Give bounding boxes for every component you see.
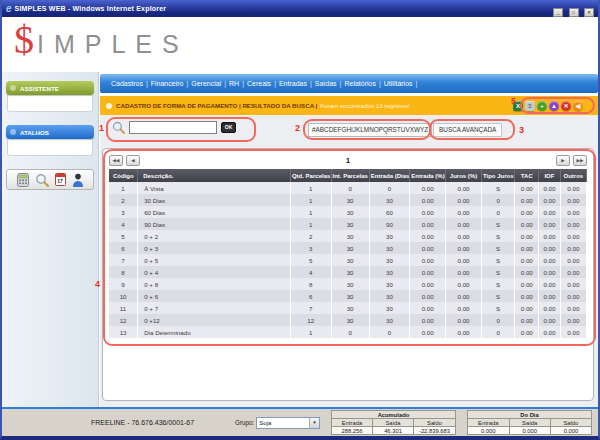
table-cell: 8 bbox=[290, 278, 331, 290]
menu-item-saídas[interactable]: Saídas bbox=[315, 80, 337, 87]
table-row[interactable]: 70 + 5530300.000.00S0.000.000.00 bbox=[109, 254, 587, 266]
table-cell: S bbox=[481, 254, 514, 266]
acumulado-title: Acumulado bbox=[331, 411, 455, 419]
column-header[interactable]: TAC bbox=[515, 169, 539, 182]
next-page-button[interactable]: ▶ bbox=[556, 155, 570, 166]
calendar-icon[interactable]: 17 bbox=[55, 173, 66, 186]
group-select[interactable]: Soja ▼ bbox=[256, 417, 320, 429]
table-row[interactable]: 60 + 3330300.000.00S0.000.000.00 bbox=[109, 242, 587, 254]
table-cell: 0.00 bbox=[539, 194, 560, 206]
logo-text: IMPLES bbox=[37, 30, 189, 59]
menu-item-rh[interactable]: RH bbox=[229, 80, 239, 87]
table-row[interactable]: 360 Dias130600.000.0000.000.000.00 bbox=[109, 206, 587, 218]
search-ok-button[interactable]: OK bbox=[221, 122, 236, 133]
close-button[interactable]: ✕ bbox=[584, 8, 594, 17]
column-header[interactable]: IOF bbox=[539, 169, 560, 182]
minimize-button[interactable]: _ bbox=[553, 8, 563, 17]
column-header[interactable]: Descrição. bbox=[138, 169, 291, 182]
table-row[interactable]: 230 Dias130300.000.0000.000.000.00 bbox=[109, 194, 587, 206]
column-header[interactable]: Int. Parcelas bbox=[331, 169, 369, 182]
edit-icon[interactable]: ▲ bbox=[549, 101, 559, 111]
column-header[interactable]: Juros (%) bbox=[446, 169, 482, 182]
table-cell: 4 bbox=[109, 218, 138, 230]
table-cell: 0.00 bbox=[539, 242, 560, 254]
table-cell: 0.00 bbox=[410, 314, 446, 326]
alphabet-filter[interactable]: #ABCDEFGHIJKLMNOPQRSTUVXWYZ bbox=[308, 123, 432, 137]
table-cell: 0 bbox=[369, 182, 410, 194]
calculator-icon[interactable] bbox=[17, 173, 29, 187]
advanced-search-button[interactable]: BUSCA AVANÇADA bbox=[433, 123, 502, 137]
table-row[interactable]: 1À Vista1000.000.00S0.000.000.00 bbox=[109, 182, 587, 194]
table-row[interactable]: 110 + 7730300.000.00S0.000.000.00 bbox=[109, 302, 587, 314]
table-row[interactable]: 50 + 2230300.000.00S0.000.000.00 bbox=[109, 230, 587, 242]
table-cell: 7 bbox=[290, 302, 331, 314]
table-row[interactable]: 90 + 8830300.000.00S0.000.000.00 bbox=[109, 278, 587, 290]
prev-page-button[interactable]: ◀ bbox=[126, 155, 140, 166]
delete-icon[interactable]: ✕ bbox=[561, 101, 571, 111]
column-header[interactable]: Tipo Juros bbox=[481, 169, 514, 182]
table-cell: S bbox=[481, 278, 514, 290]
menu-item-cadastros[interactable]: Cadastros bbox=[111, 80, 143, 87]
user-icon[interactable] bbox=[72, 173, 84, 187]
table-cell: 0 bbox=[331, 182, 369, 194]
sidebar-section-atalhos[interactable]: ATALHOS bbox=[6, 125, 94, 139]
search-input[interactable] bbox=[129, 121, 217, 134]
table-cell: 0.00 bbox=[560, 266, 586, 278]
table-row[interactable]: 80 + 4430300.000.00S0.000.000.00 bbox=[109, 266, 587, 278]
back-icon[interactable]: ◀ bbox=[573, 101, 583, 111]
menu-item-gerencial[interactable]: Gerencial bbox=[191, 80, 221, 87]
table-cell: 0.00 bbox=[446, 266, 482, 278]
table-cell: 0.00 bbox=[539, 266, 560, 278]
table-cell: 0 + 8 bbox=[138, 278, 291, 290]
table-cell: 0 + 3 bbox=[138, 242, 291, 254]
column-header[interactable]: Entrada (Dias) bbox=[369, 169, 410, 182]
table-body: 1À Vista1000.000.00S0.000.000.00230 Dias… bbox=[109, 182, 587, 338]
table-cell: 0 bbox=[369, 326, 410, 338]
table-cell: 0.00 bbox=[539, 218, 560, 230]
acumulado-saldo-value: -22.839.683 bbox=[413, 427, 455, 435]
table-cell: 0.00 bbox=[410, 290, 446, 302]
menu-item-financeiro[interactable]: Financeiro bbox=[151, 80, 184, 87]
table-cell: 30 bbox=[369, 242, 410, 254]
table-cell: 13 bbox=[109, 326, 138, 338]
menu-item-relatórios[interactable]: Relatórios bbox=[344, 80, 376, 87]
first-page-button[interactable]: ◀◀ bbox=[109, 155, 123, 166]
add-icon[interactable]: + bbox=[537, 101, 547, 111]
group-value: Soja bbox=[259, 420, 271, 426]
table-cell: 2 bbox=[109, 194, 138, 206]
table-cell: 30 bbox=[369, 254, 410, 266]
table-cell: 0.00 bbox=[515, 266, 539, 278]
table-cell: 0.00 bbox=[446, 230, 482, 242]
search-icon[interactable] bbox=[35, 173, 49, 187]
column-header[interactable]: Entrada (%) bbox=[410, 169, 446, 182]
dodia-saldo-value: 0.000 bbox=[550, 427, 591, 435]
table-cell: 12 bbox=[109, 314, 138, 326]
results-panel: ◀◀ ◀ 1 ▶ ▶▶ CódigoDescrição.Qtd. Parcela… bbox=[102, 148, 594, 401]
column-header[interactable]: Código bbox=[109, 169, 138, 182]
menu-item-entradas[interactable]: Entradas bbox=[279, 80, 307, 87]
column-header[interactable]: Outros bbox=[560, 169, 586, 182]
maximize-button[interactable]: □ bbox=[569, 8, 579, 17]
column-header[interactable]: Qtd. Parcelas bbox=[290, 169, 331, 182]
table-cell: 0.00 bbox=[539, 230, 560, 242]
table-cell: 1 bbox=[109, 182, 138, 194]
table-cell: 30 bbox=[331, 206, 369, 218]
table-row[interactable]: 490 Dias130900.000.00S0.000.000.00 bbox=[109, 218, 587, 230]
menu-item-cereais[interactable]: Cereais bbox=[247, 80, 271, 87]
excel-export-icon[interactable]: X bbox=[513, 101, 523, 111]
table-cell: 0.00 bbox=[560, 278, 586, 290]
table-row[interactable]: 120 +121230300.000.0000.000.000.00 bbox=[109, 314, 587, 326]
sidebar-section-assistente[interactable]: ASSISTENTE bbox=[6, 81, 94, 95]
table-cell: 0.00 bbox=[515, 230, 539, 242]
table-row[interactable]: 100 + 6630300.000.00S0.000.000.00 bbox=[109, 290, 587, 302]
table-cell: S bbox=[481, 290, 514, 302]
table-cell: 0 bbox=[481, 206, 514, 218]
menu-item-utilitários[interactable]: Utilitários bbox=[384, 80, 413, 87]
table-cell: 0 + 4 bbox=[138, 266, 291, 278]
table-cell: 30 Dias bbox=[138, 194, 291, 206]
table-row[interactable]: 13Dia Determinado1000.000.0000.000.000.0… bbox=[109, 326, 587, 338]
table-cell: S bbox=[481, 230, 514, 242]
table-cell: 0.00 bbox=[560, 290, 586, 302]
last-page-button[interactable]: ▶▶ bbox=[573, 155, 587, 166]
printer-icon[interactable]: ≡ bbox=[525, 101, 535, 111]
